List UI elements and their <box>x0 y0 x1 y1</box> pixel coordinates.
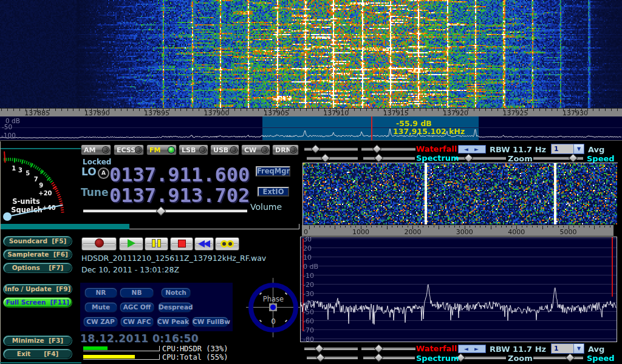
waterfall-brightness-top[interactable] <box>304 145 358 153</box>
spectrum-offset-top-thumb[interactable] <box>374 153 384 163</box>
stop-button[interactable] <box>170 237 193 251</box>
main-waterfall[interactable] <box>0 0 622 108</box>
record-icon <box>95 238 104 250</box>
waterfall-brightness-bottom-thumb[interactable] <box>315 344 324 354</box>
speed-slider-top[interactable] <box>533 154 583 162</box>
dsp-button-agc-off[interactable]: AGC Off <box>120 303 154 312</box>
spectrum-range-top[interactable] <box>307 154 358 162</box>
spectrum-offset-bottom-thumb[interactable] <box>374 353 384 363</box>
dsp-button-nb[interactable]: NB <box>120 288 153 297</box>
mode-led-drm <box>290 147 296 153</box>
options-button[interactable]: Options [F7] <box>4 263 72 272</box>
mode-button-ecss[interactable]: ECSS <box>114 144 144 155</box>
cpu-hdsdr-label: CPU:HDSDR (33%) <box>162 345 228 353</box>
rbw-label-top: RBW 11.7 Hz <box>490 145 546 154</box>
speed-slider-bottom[interactable] <box>533 354 583 362</box>
waterfall-brightness-top-thumb[interactable] <box>311 144 321 154</box>
spectrum-range-bottom[interactable] <box>307 354 358 362</box>
cursor-freq-readout: 137,915.102 kHz <box>393 127 465 136</box>
audio-waterfall[interactable] <box>303 163 617 224</box>
audio-db-label: -80 <box>303 335 314 343</box>
avg-combo-top[interactable]: 1▼ <box>551 144 584 154</box>
loop-button[interactable] <box>215 237 239 251</box>
play-button[interactable] <box>119 237 143 251</box>
zoom-slider-top[interactable] <box>456 154 506 162</box>
tune-cursor[interactable] <box>371 116 372 141</box>
minimize-button[interactable]: Minimize [F3] <box>4 336 72 345</box>
spectrum-label-bottom[interactable]: Spectrum <box>416 354 459 363</box>
waterfall-contrast-top-thumb[interactable] <box>372 144 382 154</box>
audio-spectrum[interactable] <box>301 237 617 342</box>
cpu-hdsdr-bar <box>83 346 160 351</box>
zoom-slider-bottom[interactable] <box>456 354 506 362</box>
window-left-edge <box>0 141 1 364</box>
locked-label: Locked <box>83 158 111 166</box>
mode-button-fm[interactable]: FM <box>146 144 177 155</box>
waterfall-shift-arrows-top[interactable]: ◄► <box>458 145 486 153</box>
loop-icon <box>220 238 234 250</box>
s-meter[interactable] <box>1 150 80 224</box>
waterfall-brightness-bottom[interactable] <box>304 345 358 352</box>
dsp-button-cw-fullbw[interactable]: CW FullBw <box>193 317 228 326</box>
dsp-button-nr[interactable]: NR <box>85 288 117 297</box>
rewind-button[interactable] <box>194 237 214 251</box>
phase-label: Phase <box>258 295 289 303</box>
hdsdr-window: 1378851378901378951379001379051379101379… <box>0 0 622 364</box>
waterfall-label-bottom[interactable]: Waterfall <box>416 344 457 353</box>
stop-icon <box>178 238 186 250</box>
wav-file-date: Dec 10, 2011 - 13:01:28Z <box>81 265 179 274</box>
spectrum-label-top[interactable]: Spectrum <box>416 153 459 163</box>
speed-slider-top-thumb[interactable] <box>569 153 578 163</box>
main-spectrum-strip[interactable]: 0 dB-50-100 -55.9 dB 137,915.102 kHz <box>0 116 622 141</box>
avg-label-bottom: Avg <box>588 345 604 354</box>
strip-db-label: -100 <box>1 132 16 139</box>
mode-led-lsb <box>200 147 206 153</box>
freqmgr-button[interactable]: FreqMgr <box>256 166 290 177</box>
dsp-button-mute[interactable]: Mute <box>85 303 117 312</box>
lo-frequency-display[interactable]: 0137.911.600 <box>109 163 250 186</box>
volume-thumb[interactable] <box>156 206 166 217</box>
dsp-button-notch[interactable]: Notch <box>162 288 190 297</box>
spectrum-offset-bottom[interactable] <box>363 354 415 362</box>
dsp-button-cw-zap[interactable]: CW ZAP <box>84 317 117 326</box>
speed-slider-bottom-thumb[interactable] <box>566 353 575 363</box>
dsp-button-cw-afc[interactable]: CW AFC <box>121 317 153 326</box>
audio-ruler-label: 4000 <box>508 228 525 236</box>
soundcard-button[interactable]: Soundcard [F5] <box>4 237 72 246</box>
dsp-button-cw-peak[interactable]: CW Peak <box>157 317 189 326</box>
tune-frequency-display[interactable]: 0137.913.702 <box>109 184 250 207</box>
combo-arrow-icon[interactable]: ▼ <box>573 344 584 353</box>
avg-label-top: Avg <box>588 145 604 154</box>
spectrum-offset-top[interactable] <box>363 154 415 162</box>
mode-button-lsb[interactable]: LSB <box>179 144 208 155</box>
mode-button-usb[interactable]: USB <box>210 144 239 155</box>
record-progress-track <box>1 224 299 229</box>
exit-button[interactable]: Exit [F4] <box>4 349 72 359</box>
tune-label: Tune <box>81 186 108 198</box>
waterfall-contrast-bottom[interactable] <box>361 345 415 352</box>
mode-button-am[interactable]: AM <box>81 144 111 155</box>
pause-button[interactable] <box>145 237 168 251</box>
mode-button-cw[interactable]: CW <box>241 144 270 155</box>
mode-led-usb <box>231 147 237 153</box>
fullscreen-button[interactable]: Full Screen [F11] <box>4 298 72 307</box>
dsp-button-despread[interactable]: Despread <box>159 303 191 312</box>
extio-button[interactable]: ExtIO <box>258 187 289 197</box>
info-update-button[interactable]: Info / Update [F9] <box>4 285 72 294</box>
volume-slider[interactable] <box>83 207 247 215</box>
combo-arrow-icon[interactable]: ▼ <box>573 144 584 153</box>
zoom-slider-top-thumb[interactable] <box>464 153 474 163</box>
lo-a-button[interactable]: A <box>98 167 109 179</box>
waterfall-contrast-bottom-thumb[interactable] <box>374 344 384 354</box>
record-button[interactable] <box>81 237 117 251</box>
samplerate-button[interactable]: Samplerate [F6] <box>4 250 72 259</box>
mode-button-drm[interactable]: DRM <box>272 144 299 155</box>
waterfall-shift-arrows-bottom[interactable]: ◄► <box>458 345 486 353</box>
avg-combo-bottom[interactable]: 1▼ <box>551 343 584 354</box>
waterfall-label-top[interactable]: Waterfall <box>416 144 457 153</box>
audio-ruler-label: 5000 <box>560 228 577 236</box>
waterfall-contrast-top[interactable] <box>361 145 415 153</box>
spectrum-range-top-thumb[interactable] <box>321 153 330 163</box>
spectrum-range-bottom-thumb[interactable] <box>316 353 326 363</box>
audio-db-label: -70 <box>303 326 314 334</box>
